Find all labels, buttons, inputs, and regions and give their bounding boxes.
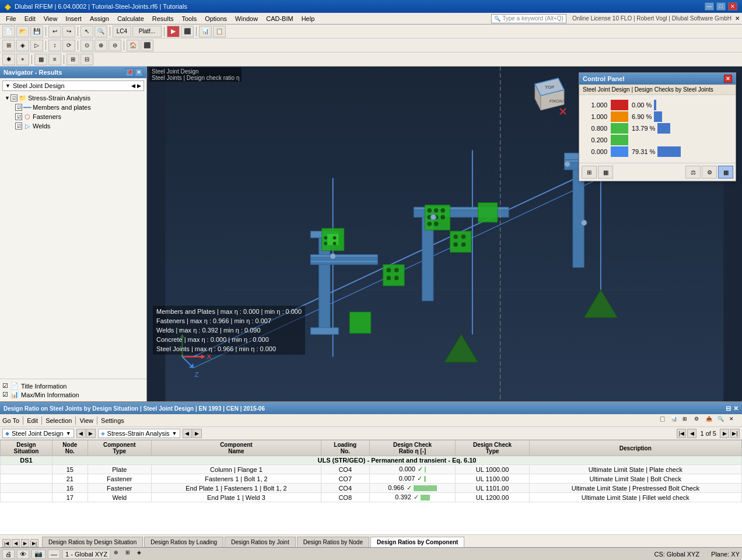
results-close[interactable]: ✕: [733, 405, 738, 412]
table-row[interactable]: 16 Fastener End Plate 1 | Fasteners 1 | …: [1, 484, 742, 493]
prev-analysis[interactable]: ◀: [183, 429, 192, 438]
tab-first[interactable]: |◀: [2, 539, 10, 547]
tb2-10[interactable]: ⬛: [141, 40, 153, 51]
rt-view[interactable]: View: [79, 417, 93, 424]
tb-select[interactable]: ↖: [80, 26, 93, 37]
nav-module-arrows[interactable]: ◀ ▶: [76, 429, 96, 438]
menu-cad-bim[interactable]: CAD-BIM: [262, 15, 296, 23]
nav-welds[interactable]: ☑ ▷ Welds: [2, 121, 144, 131]
tb3-4[interactable]: ≡: [48, 54, 61, 65]
menu-results[interactable]: Results: [149, 15, 177, 23]
tb-save[interactable]: 💾: [30, 26, 43, 37]
tb3-1[interactable]: ✱: [2, 54, 15, 65]
tb-undo[interactable]: ↩: [48, 26, 61, 37]
status-tb1[interactable]: ⊕: [114, 550, 124, 559]
cp-active-btn[interactable]: ▦: [718, 166, 733, 178]
nav-controls[interactable]: 📌 ✕: [125, 68, 143, 76]
tb2-8[interactable]: ⊖: [108, 40, 121, 51]
tab-design-loading[interactable]: Design Ratios by Loading: [144, 537, 223, 547]
tb-open[interactable]: 📂: [16, 26, 29, 37]
table-row[interactable]: 17 Weld End Plate 1 | Weld 3 CO8 0.392✓ …: [1, 493, 742, 502]
window-controls[interactable]: — □ ✕: [705, 2, 737, 10]
status-eye[interactable]: 👁: [17, 550, 29, 559]
close-btn[interactable]: ✕: [728, 2, 737, 10]
title-info-checkbox[interactable]: ☑: [2, 382, 8, 390]
tb3-5[interactable]: ⊞: [66, 54, 79, 65]
next-module[interactable]: ▶: [86, 429, 96, 438]
rt-selection[interactable]: Selection: [46, 417, 72, 424]
tb-platform[interactable]: Platf...: [132, 26, 162, 37]
nav-title-info[interactable]: ☑ 📄 Title Information: [2, 382, 144, 390]
cp-settings-btn[interactable]: ⚙: [702, 166, 717, 178]
view-cube[interactable]: TOP L FRONT: [526, 72, 573, 119]
cp-table-btn[interactable]: ⊞: [582, 166, 597, 178]
tab-design-joint[interactable]: Design Ratios by Joint: [225, 537, 296, 547]
tb3-6[interactable]: ⊟: [80, 54, 93, 65]
table-row[interactable]: 21 Fastener Fasteners 1 | Bolt 1, 2 CO7 …: [1, 474, 742, 484]
next-page[interactable]: ▶: [720, 429, 729, 438]
tb2-6[interactable]: ⊙: [80, 40, 93, 51]
first-page[interactable]: |◀: [677, 429, 686, 438]
root-checkbox[interactable]: ☑: [10, 94, 18, 102]
tb2-4[interactable]: ↕: [48, 40, 61, 51]
rt-edit[interactable]: Edit: [27, 417, 38, 424]
menu-close-btn[interactable]: ✕: [735, 15, 740, 22]
rt-icon5[interactable]: 📤: [706, 416, 716, 425]
nav-fasteners[interactable]: ☑ ⬡ Fasteners: [2, 112, 144, 121]
menu-tools[interactable]: Tools: [178, 15, 200, 23]
tb-run[interactable]: ▶: [167, 26, 180, 37]
minmax-checkbox[interactable]: ☑: [2, 391, 8, 398]
status-line[interactable]: —: [48, 550, 60, 559]
nav-minmax-info[interactable]: ☑ 📊 Max/Min Information: [2, 390, 144, 399]
tab-design-component[interactable]: Design Ratios by Component: [370, 537, 464, 547]
tb3-3[interactable]: ▦: [34, 54, 47, 65]
menu-calculate[interactable]: Calculate: [114, 15, 148, 23]
members-checkbox[interactable]: ☑: [15, 104, 22, 111]
prev-page[interactable]: ◀: [687, 429, 696, 438]
tb3-2[interactable]: ⌖: [16, 54, 29, 65]
status-cs[interactable]: 1 - Global XYZ: [62, 550, 110, 559]
tb2-7[interactable]: ⊕: [94, 40, 107, 51]
rt-icon3[interactable]: ⊞: [682, 416, 693, 425]
nav-analysis-arrows[interactable]: ◀ ▶: [183, 429, 202, 438]
status-print[interactable]: 🖨: [2, 550, 15, 559]
menu-assign[interactable]: Assign: [86, 15, 113, 23]
tb-zoom[interactable]: 🔍: [94, 26, 107, 37]
menu-options[interactable]: Options: [201, 15, 230, 23]
rt-icon7[interactable]: ✕: [729, 416, 740, 425]
tab-design-node[interactable]: Design Ratios by Node: [297, 537, 369, 547]
nav-tree-root[interactable]: ▼ ☑ 📁 Stress-Strain Analysis: [2, 93, 144, 103]
module-dropdown[interactable]: ◆ Steel Joint Design ▼: [2, 429, 74, 438]
tb2-2[interactable]: ◈: [16, 40, 29, 51]
status-tb2[interactable]: ⊞: [125, 550, 136, 559]
menu-insert[interactable]: Insert: [62, 15, 85, 23]
cp-balance-btn[interactable]: ⚖: [685, 166, 701, 178]
maximize-btn[interactable]: □: [716, 2, 726, 10]
rt-settings[interactable]: Settings: [101, 417, 124, 424]
minimize-btn[interactable]: —: [705, 2, 714, 10]
navigator-module-dropdown[interactable]: ▼ Steel Joint Design ◀ ▶: [2, 80, 144, 91]
rt-goto[interactable]: Go To: [2, 417, 19, 424]
tb-stop[interactable]: ⬛: [181, 26, 194, 37]
analysis-dropdown[interactable]: ◈ Stress-Strain Analysis ▼: [98, 429, 180, 438]
tb-new[interactable]: 📄: [2, 26, 15, 37]
cp-close-btn[interactable]: ✕: [724, 75, 732, 83]
menu-help[interactable]: Help: [298, 15, 318, 23]
table-row[interactable]: 15 Plate Column | Flange 1 CO4 0.000✓ UL…: [1, 465, 742, 474]
tb2-1[interactable]: ⊞: [2, 40, 15, 51]
tab-prev[interactable]: ◀: [12, 539, 20, 547]
fasteners-checkbox[interactable]: ☑: [15, 113, 22, 120]
tab-next[interactable]: ▶: [21, 539, 29, 547]
rt-icon1[interactable]: 📋: [659, 416, 670, 425]
tb2-3[interactable]: ▷: [30, 40, 43, 51]
tb-lc[interactable]: LC4: [113, 26, 131, 37]
rt-icon2[interactable]: 📊: [671, 416, 681, 425]
status-video[interactable]: 📷: [32, 550, 46, 559]
welds-checkbox[interactable]: ☑: [15, 123, 22, 130]
last-page[interactable]: ▶|: [730, 429, 740, 438]
rt-icon6[interactable]: 🔍: [718, 416, 728, 425]
menu-window[interactable]: Window: [232, 15, 261, 23]
rt-icon4[interactable]: ⚙: [694, 416, 705, 425]
prev-module[interactable]: ◀: [76, 429, 86, 438]
tb2-9[interactable]: 🏠: [127, 40, 139, 51]
